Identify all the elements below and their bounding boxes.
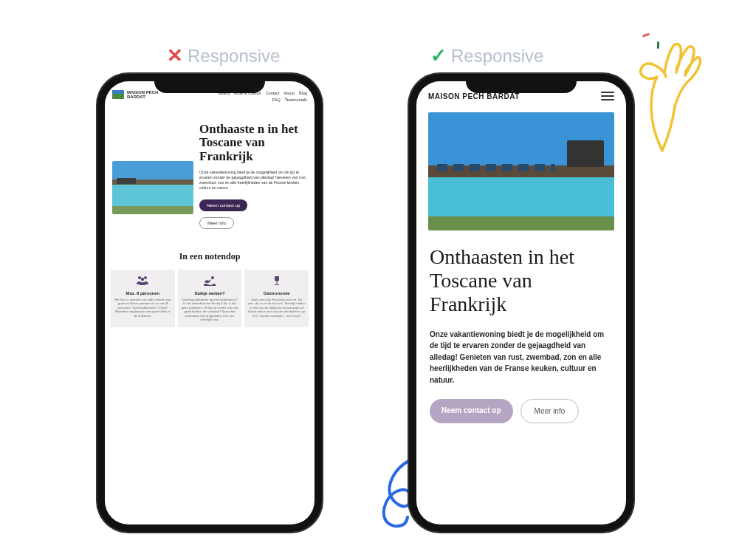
section-title: In een notendop (105, 251, 315, 262)
nav-link[interactable]: FAQ (272, 97, 281, 103)
site-logo[interactable]: MAISON PECH BARDAT (428, 92, 520, 100)
nav-link[interactable]: About (284, 90, 295, 97)
svg-point-0 (138, 276, 141, 279)
feature-card: Duikje nemen? Urenlang dobberen op een l… (178, 270, 242, 328)
card-body: Het huis is voorzien van alle comfort vo… (114, 298, 172, 318)
phone-notch (466, 74, 577, 93)
phone-mockup-right: MAISON PECH BARDAT Onthaasten in het Tos… (409, 74, 633, 532)
card-title: Gastronomie (247, 291, 306, 295)
more-info-button[interactable]: Meer info (520, 399, 580, 423)
site-logo[interactable]: MAISON PECH BARDAT (112, 90, 158, 99)
hero-title: Onthaaste n in het Toscane van Frankrijk (199, 123, 307, 164)
label-not-responsive: ✕ Responsive (167, 44, 280, 67)
hero-image (112, 161, 193, 214)
nav-link[interactable]: Blog (299, 90, 307, 97)
phone-mockup-left: MAISON PECH BARDAT Galerij Actie & Cultu… (97, 74, 322, 532)
feature-cards: Max. 8 personen Het huis is voorzien van… (105, 270, 315, 328)
card-body: Zoals een wijs Fransman ooit zei "Du pai… (247, 298, 306, 318)
nav-link[interactable]: Testimonials (285, 97, 307, 103)
logo-text: MAISON PECH BARDAT (127, 90, 158, 99)
svg-point-1 (144, 276, 147, 279)
svg-point-2 (141, 278, 144, 281)
nav-link[interactable]: Contact (266, 90, 280, 97)
hero-title: Onthaasten in het Toscane van Frankrijk (430, 245, 613, 317)
phone-screen-left: MAISON PECH BARDAT Galerij Actie & Cultu… (105, 81, 315, 524)
phone-notch (154, 74, 265, 93)
label-right-text: Responsive (451, 46, 543, 66)
contact-button[interactable]: Neem contact op (199, 199, 247, 211)
more-info-button[interactable]: Meer info (199, 217, 234, 229)
people-icon (114, 276, 172, 288)
ok-hand-doodle-icon (622, 40, 703, 158)
hero-body: Onze vakantiewoning biedt je de mogelijk… (430, 329, 613, 386)
wine-glass-icon (247, 276, 306, 288)
logo-icon (112, 90, 124, 99)
contact-button[interactable]: Neem contact op (430, 399, 513, 423)
feature-card: Gastronomie Zoals een wijs Fransman ooit… (244, 270, 309, 328)
hamburger-menu-icon[interactable] (601, 92, 614, 100)
card-body: Urenlang dobberen op een luchtmatras? In… (181, 298, 239, 322)
card-title: Duikje nemen? (181, 291, 239, 295)
check-icon: ✓ (430, 44, 447, 67)
card-title: Max. 8 personen (114, 291, 172, 295)
hero-body: Onze vakantiewoning biedt je de mogelijk… (199, 170, 307, 191)
svg-point-3 (211, 276, 214, 279)
swimmer-icon (181, 276, 239, 288)
phone-screen-right: MAISON PECH BARDAT Onthaasten in het Tos… (416, 81, 626, 524)
label-left-text: Responsive (188, 46, 280, 66)
hero-image (428, 112, 614, 230)
label-responsive: ✓ Responsive (430, 44, 543, 67)
cross-icon: ✕ (167, 44, 183, 67)
feature-card: Max. 8 personen Het huis is voorzien van… (111, 270, 175, 328)
hero-section: Onthaasten in het Toscane van Frankrijk … (416, 230, 626, 423)
spark-icon (642, 33, 650, 37)
hero-section: Onthaaste n in het Toscane van Frankrijk… (105, 108, 315, 239)
